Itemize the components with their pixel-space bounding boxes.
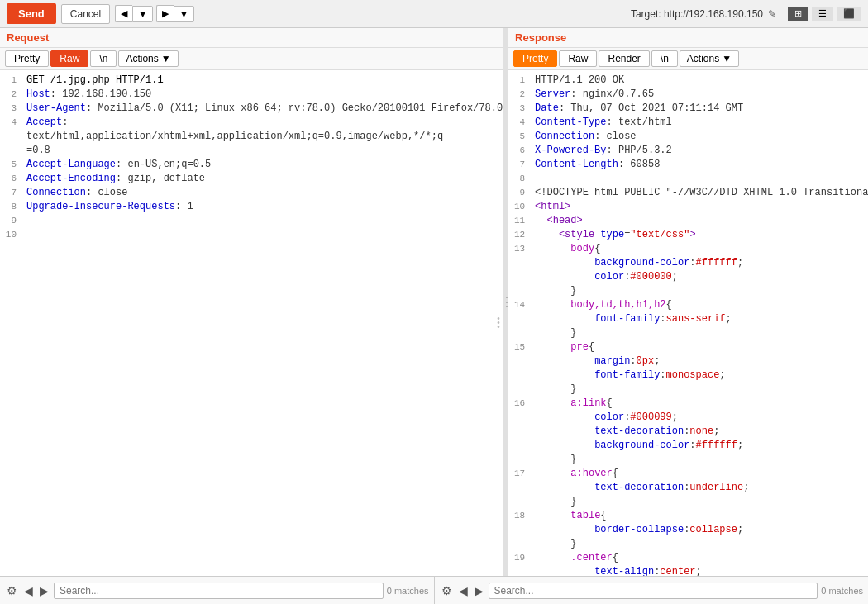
- response-header: Response: [508, 28, 868, 48]
- request-search-bar: ⚙ ◀ ▶ 0 matches: [0, 577, 435, 604]
- req-search-back-icon[interactable]: ◀: [22, 583, 35, 599]
- resp-line-9: 9 <!DOCTYPE html PUBLIC "-//W3C//DTD XHT…: [508, 186, 868, 200]
- actions-req-button[interactable]: Actions ▼: [118, 50, 178, 67]
- resp-line-19: 19 .center{: [508, 551, 868, 565]
- actions-req-chevron: ▼: [161, 53, 171, 64]
- tab-ln-req[interactable]: \n: [90, 50, 117, 67]
- resp-line-16d: background-color:#ffffff;: [508, 439, 868, 453]
- actions-resp-button[interactable]: Actions ▼: [680, 50, 739, 67]
- resp-line-5: 5 Connection: close: [508, 130, 868, 144]
- response-code-area[interactable]: 1 HTTP/1.1 200 OK 2 Server: nginx/0.7.65…: [508, 70, 868, 576]
- tab-pretty-resp[interactable]: Pretty: [513, 50, 557, 67]
- req-line-8: 8 Upgrade-Insecure-Requests: 1: [0, 200, 503, 214]
- target-info: Target: http://192.168.190.150 ✎ ⊞ ☰ ⬛: [631, 7, 861, 21]
- resp-line-15c: font-family:monospace;: [508, 369, 868, 383]
- resp-line-18c: }: [508, 537, 868, 551]
- view-toggle-split[interactable]: ⊞: [788, 7, 808, 21]
- request-search-input[interactable]: [54, 583, 384, 599]
- resp-line-18b: border-collapse:collapse;: [508, 523, 868, 537]
- request-code-area[interactable]: 1 GET /1.jpg.php HTTP/1.1 2 Host: 192.16…: [0, 70, 503, 576]
- nav-forward-button[interactable]: ▶: [156, 5, 174, 22]
- resp-line-17b: text-decoration:underline;: [508, 481, 868, 495]
- resp-line-16c: text-decoration:none;: [508, 425, 868, 439]
- request-panel: Request Pretty Raw \n Actions ▼ 1 GET /1…: [0, 28, 503, 576]
- response-search-input[interactable]: [489, 583, 818, 599]
- view-toggle-vert[interactable]: ⬛: [837, 7, 861, 21]
- resp-line-15b: margin:0px;: [508, 354, 868, 369]
- resp-search-back-icon[interactable]: ◀: [457, 583, 470, 599]
- nav-back-button[interactable]: ◀: [115, 5, 132, 22]
- req-line-10: 10: [0, 228, 503, 242]
- req-line-4c: =0.8: [0, 144, 503, 158]
- resp-line-17c: }: [508, 495, 868, 509]
- resp-line-13d: }: [508, 284, 868, 298]
- resp-line-16: 16 a:link{: [508, 397, 868, 411]
- resp-line-1: 1 HTTP/1.1 200 OK: [508, 74, 868, 88]
- resp-line-13b: background-color:#ffffff;: [508, 256, 868, 270]
- req-line-4: 4 Accept:: [0, 116, 503, 130]
- resp-line-15d: }: [508, 383, 868, 397]
- req-search-forward-icon[interactable]: ▶: [38, 583, 50, 599]
- target-label: Target: http://192.168.190.150: [631, 8, 763, 20]
- resp-line-17: 17 a:hover{: [508, 467, 868, 481]
- resp-line-16e: }: [508, 453, 868, 467]
- resp-line-8: 8: [508, 172, 868, 186]
- tab-ln-resp[interactable]: \n: [651, 50, 678, 67]
- req-search-settings-icon[interactable]: ⚙: [5, 583, 19, 599]
- main-area: Request Pretty Raw \n Actions ▼ 1 GET /1…: [0, 28, 868, 576]
- response-tabs: Pretty Raw Render \n Actions ▼: [508, 48, 868, 70]
- resp-line-12: 12 <style type="text/css">: [508, 228, 868, 242]
- resp-line-14b: font-family:sans-serif;: [508, 312, 868, 326]
- resp-line-13: 13 body{: [508, 242, 868, 256]
- req-line-7: 7 Connection: close: [0, 186, 503, 200]
- toolbar: Send Cancel ◀ ▼ ▶ ▼ Target: http://192.1…: [0, 0, 868, 28]
- response-panel: Response Pretty Raw Render \n Actions ▼ …: [508, 28, 868, 576]
- resp-line-13c: color:#000000;: [508, 270, 868, 284]
- resp-line-3: 3 Date: Thu, 07 Oct 2021 07:11:14 GMT: [508, 102, 868, 116]
- resp-search-settings-icon[interactable]: ⚙: [440, 583, 454, 599]
- resp-line-10: 10 <html>: [508, 200, 868, 214]
- req-line-6: 6 Accept-Encoding: gzip, deflate: [0, 172, 503, 186]
- response-search-matches: 0 matches: [821, 586, 863, 596]
- resp-line-14c: }: [508, 326, 868, 340]
- edit-icon[interactable]: ✎: [768, 8, 776, 20]
- resp-line-2: 2 Server: nginx/0.7.65: [508, 88, 868, 102]
- req-line-5: 5 Accept-Language: en-US,en;q=0.5: [0, 158, 503, 172]
- nav-back-dropdown[interactable]: ▼: [132, 6, 153, 22]
- cancel-button[interactable]: Cancel: [61, 4, 110, 24]
- resp-line-14: 14 body,td,th,h1,h2{: [508, 298, 868, 312]
- response-search-bar: ⚙ ◀ ▶ 0 matches: [435, 577, 869, 604]
- resp-line-15: 15 pre{: [508, 340, 868, 354]
- req-line-2: 2 Host: 192.168.190.150: [0, 88, 503, 102]
- tab-raw-resp[interactable]: Raw: [559, 50, 597, 67]
- resp-line-7: 7 Content-Length: 60858: [508, 158, 868, 172]
- request-header: Request: [0, 28, 503, 48]
- actions-resp-label: Actions: [687, 53, 719, 64]
- req-line-4b: text/html,application/xhtml+xml,applicat…: [0, 130, 503, 144]
- view-toggle-horiz[interactable]: ☰: [812, 7, 833, 21]
- req-line-3: 3 User-Agent: Mozilla/5.0 (X11; Linux x8…: [0, 102, 503, 116]
- resp-line-4: 4 Content-Type: text/html: [508, 116, 868, 130]
- resp-line-18: 18 table{: [508, 509, 868, 523]
- tab-raw-req[interactable]: Raw: [50, 50, 88, 67]
- resp-line-19b: text-align:center;: [508, 565, 868, 576]
- actions-req-label: Actions: [126, 53, 158, 64]
- resp-line-6: 6 X-Powered-By: PHP/5.3.2: [508, 144, 868, 158]
- bottom-bar: ⚙ ◀ ▶ 0 matches ⚙ ◀ ▶ 0 matches: [0, 576, 868, 604]
- resp-line-16b: color:#000099;: [508, 411, 868, 425]
- tab-render-resp[interactable]: Render: [599, 50, 649, 67]
- request-tabs: Pretty Raw \n Actions ▼: [0, 48, 503, 70]
- send-button[interactable]: Send: [7, 3, 56, 24]
- req-line-1: 1 GET /1.jpg.php HTTP/1.1: [0, 74, 503, 88]
- req-line-9: 9: [0, 214, 503, 228]
- nav-forward-dropdown[interactable]: ▼: [174, 6, 194, 22]
- resp-line-11: 11 <head>: [508, 214, 868, 228]
- resp-search-forward-icon[interactable]: ▶: [473, 583, 485, 599]
- tab-pretty-req[interactable]: Pretty: [5, 50, 49, 67]
- actions-resp-chevron: ▼: [722, 53, 732, 64]
- request-search-matches: 0 matches: [387, 586, 429, 596]
- nav-back-forward: ◀ ▼ ▶ ▼: [115, 5, 194, 22]
